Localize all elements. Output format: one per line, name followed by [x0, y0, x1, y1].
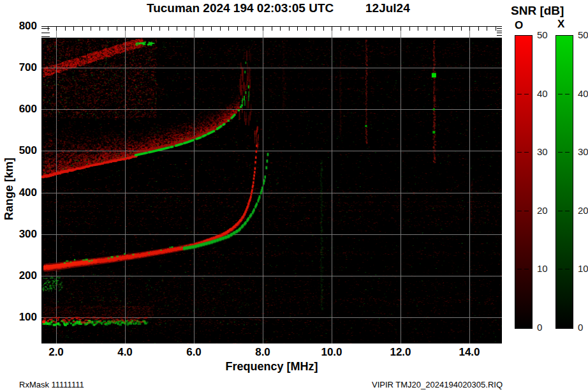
colorbar-tick-label: 50: [578, 30, 588, 40]
y-tick-label: 800: [5, 20, 37, 32]
colorbar-x-gradient: [555, 35, 573, 329]
colorbar-tick-dash: [524, 152, 529, 153]
colorbar-tick-label: 0: [578, 322, 583, 333]
colorbar-tick-label: 50: [537, 30, 548, 40]
y-tick-label: 600: [5, 103, 37, 115]
colorbar-tick-dash: [565, 152, 570, 153]
footer-filename: VIPIR TMJ20_2024194020305.RIQ: [372, 380, 503, 389]
x-tick-label: 2.0: [40, 347, 72, 358]
colorbar-tick-label: 10: [578, 264, 588, 274]
y-tick-label: 400: [5, 187, 37, 199]
colorbar-tick-label: 40: [537, 89, 548, 99]
colorbar-tick-dash: [565, 269, 570, 269]
colorbar-tick-dash: [558, 94, 562, 94]
x-tick-label: 12.0: [385, 347, 416, 358]
colorbar-tick-label: 30: [578, 147, 588, 157]
x-tick-label: 8.0: [247, 347, 279, 358]
y-tick-label: 500: [5, 145, 37, 156]
colorbar-x-label: X: [557, 18, 564, 31]
colorbar-tick-label: 20: [537, 206, 548, 216]
x-tick-label: 14.0: [453, 347, 485, 358]
y-tick-label: 700: [5, 62, 37, 73]
colorbar-tick-dash: [524, 269, 529, 269]
colorbar-tick-label: 40: [578, 89, 588, 99]
colorbar-tick-label: 10: [537, 264, 548, 274]
x-tick-label: 6.0: [178, 347, 210, 358]
ionogram-plot-area: [41, 26, 502, 343]
colorbar-tick-dash: [558, 152, 562, 153]
colorbar-tick-dash: [524, 211, 529, 211]
colorbar-tick-dash: [517, 94, 522, 94]
colorbar-tick-dash: [524, 94, 529, 94]
colorbar-tick-dash: [558, 211, 562, 211]
colorbar-o-label: O: [515, 19, 523, 32]
colorbar-tick-dash: [565, 94, 570, 94]
colorbar-tick-dash: [565, 211, 570, 211]
colorbar-tick-dash: [558, 269, 562, 269]
colorbar-tick-label: 30: [537, 147, 548, 157]
footer-rxmask: RxMask 11111111: [19, 380, 84, 389]
x-tick-label: 4.0: [109, 347, 141, 358]
colorbar-tick-dash: [517, 211, 522, 211]
colorbar-tick-dash: [517, 269, 522, 269]
y-tick-label: 100: [5, 312, 37, 323]
plot-date: 12Jul24: [365, 1, 410, 15]
colorbar-title: SNR [dB]: [511, 4, 564, 18]
x-tick-label: 10.0: [316, 347, 348, 358]
y-tick-label: 300: [5, 229, 37, 240]
colorbar-o-gradient: [515, 35, 533, 329]
plot-title: Tucuman 2024 194 02:03:05 UTC: [147, 1, 334, 15]
colorbar-tick-label: 20: [578, 206, 588, 216]
ionogram-app: { "title": {"main": "Tucuman 2024 194 02…: [0, 0, 588, 392]
x-axis-label: Frequency [MHz]: [41, 360, 502, 373]
colorbar-tick-label: 0: [537, 322, 542, 333]
colorbar-tick-dash: [517, 152, 522, 153]
y-tick-label: 200: [5, 270, 37, 282]
